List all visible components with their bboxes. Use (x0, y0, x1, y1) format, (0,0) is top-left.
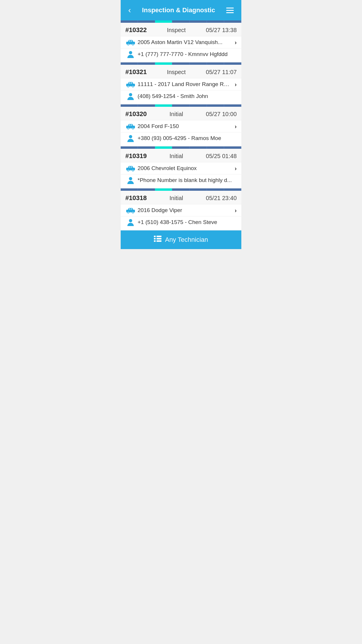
contact-row-3[interactable]: *Phone Number is blank but highly d... (121, 174, 241, 188)
tab-segment-5[interactable] (207, 104, 224, 107)
tab-segment-1[interactable] (138, 20, 155, 23)
tab-segment-3[interactable] (172, 104, 189, 107)
item-id-3: #10319 (125, 152, 147, 160)
contact-text-2: +380 (93) 005-4295 - Ramos Moe (138, 135, 237, 141)
inspection-item-0[interactable]: #10322Inspect05/27 13:38 2005 Aston Mart… (121, 20, 241, 62)
menu-button[interactable] (224, 6, 236, 14)
hamburger-line-1 (226, 8, 234, 8)
tab-segment-6[interactable] (224, 20, 241, 23)
tab-bar (121, 62, 241, 65)
item-type-0: Inspect (167, 27, 186, 34)
chevron-vehicle-0: › (235, 39, 237, 46)
item-id-2: #10320 (125, 110, 147, 118)
contact-row-2[interactable]: +380 (93) 005-4295 - Ramos Moe (121, 132, 241, 146)
svg-rect-45 (157, 240, 161, 242)
person-icon-2 (125, 134, 136, 142)
item-header-row-0: #10322Inspect05/27 13:38 (121, 23, 241, 36)
person-icon-1 (125, 92, 136, 100)
tab-segment-0[interactable] (121, 104, 138, 107)
tab-segment-0[interactable] (121, 146, 138, 149)
tab-segment-5[interactable] (207, 62, 224, 65)
vehicle-row-2[interactable]: 2004 Ford F-150› (121, 120, 241, 132)
person-icon-4 (125, 218, 136, 226)
tab-segment-6[interactable] (224, 62, 241, 65)
tab-segment-2[interactable] (155, 20, 172, 23)
inspection-item-1[interactable]: #10321Inspect05/27 11:07 11111 - 2017 La… (121, 62, 241, 104)
tab-segment-5[interactable] (207, 20, 224, 23)
tab-segment-0[interactable] (121, 20, 138, 23)
tab-segment-6[interactable] (224, 146, 241, 149)
tab-segment-2[interactable] (155, 188, 172, 191)
tab-segment-5[interactable] (207, 146, 224, 149)
tab-segment-4[interactable] (190, 188, 207, 191)
tab-segment-4[interactable] (190, 20, 207, 23)
inspection-list: #10322Inspect05/27 13:38 2005 Aston Mart… (121, 20, 241, 230)
svg-point-39 (129, 219, 132, 222)
svg-point-29 (129, 166, 130, 167)
svg-rect-44 (154, 240, 156, 242)
tab-segment-1[interactable] (138, 146, 155, 149)
tab-segment-3[interactable] (172, 146, 189, 149)
item-type-1: Inspect (167, 69, 186, 76)
svg-point-2 (128, 44, 129, 45)
tab-segment-3[interactable] (172, 62, 189, 65)
contact-row-1[interactable]: (408) 549-1254 - Smith John (121, 90, 241, 104)
vehicle-row-0[interactable]: 2005 Aston Martin V12 Vanquish...› (121, 36, 241, 48)
svg-point-37 (129, 208, 130, 209)
tab-segment-0[interactable] (121, 188, 138, 191)
footer-bar[interactable]: Any Technician (121, 230, 241, 249)
vehicle-row-3[interactable]: 2006 Chevrolet Equinox› (121, 162, 241, 174)
back-button[interactable]: ‹ (126, 4, 133, 16)
tab-segment-4[interactable] (190, 104, 207, 107)
chevron-vehicle-1: › (235, 81, 237, 88)
contact-row-0[interactable]: +1 (777) 777-7770 - Kmnnvv Hgfddd (121, 48, 241, 62)
tab-segment-2[interactable] (155, 62, 172, 65)
svg-point-18 (128, 128, 129, 129)
tab-segment-6[interactable] (224, 104, 241, 107)
tab-segment-5[interactable] (207, 188, 224, 191)
hamburger-line-2 (226, 10, 234, 11)
tab-segment-3[interactable] (172, 20, 189, 23)
inspection-item-3[interactable]: #10319Initial05/25 01:48 2006 Chevrolet … (121, 146, 241, 188)
svg-point-13 (129, 82, 130, 83)
tab-segment-1[interactable] (138, 62, 155, 65)
vehicle-text-3: 2006 Chevrolet Equinox (138, 165, 232, 172)
svg-rect-43 (157, 238, 161, 239)
tab-segment-1[interactable] (138, 104, 155, 107)
inspection-item-2[interactable]: #10320Initial05/27 10:00 2004 Ford F-150… (121, 104, 241, 146)
tab-segment-4[interactable] (190, 62, 207, 65)
svg-point-20 (132, 128, 133, 129)
tab-segment-0[interactable] (121, 62, 138, 65)
vehicle-row-4[interactable]: 2016 Dodge Viper› (121, 204, 241, 216)
tab-segment-2[interactable] (155, 146, 172, 149)
item-date-0: 05/27 13:38 (206, 27, 237, 34)
item-header-row-1: #10321Inspect05/27 11:07 (121, 65, 241, 78)
contact-text-4: +1 (510) 438-1575 - Chen Steve (138, 219, 237, 225)
item-type-3: Initial (170, 153, 183, 160)
svg-point-14 (131, 82, 132, 83)
inspection-item-4[interactable]: #10318Initial05/21 23:40 2016 Dodge Vipe… (121, 188, 241, 230)
tab-segment-1[interactable] (138, 188, 155, 191)
person-icon-0 (125, 50, 136, 58)
item-date-2: 05/27 10:00 (206, 111, 237, 118)
vehicle-row-1[interactable]: 11111 - 2017 Land Rover Range Rove...› (121, 78, 241, 90)
svg-point-34 (128, 212, 129, 213)
item-id-1: #10321 (125, 68, 147, 76)
page-title: Inspection & Diagnostic (133, 6, 224, 14)
hamburger-line-3 (226, 12, 234, 13)
svg-point-21 (129, 124, 130, 125)
contact-row-4[interactable]: +1 (510) 438-1575 - Chen Steve (121, 216, 241, 230)
tab-segment-6[interactable] (224, 188, 241, 191)
tab-segment-2[interactable] (155, 104, 172, 107)
tab-segment-3[interactable] (172, 188, 189, 191)
tab-bar (121, 104, 241, 107)
contact-text-0: +1 (777) 777-7770 - Kmnnvv Hgfddd (138, 51, 237, 57)
svg-point-7 (129, 51, 132, 54)
tab-bar (121, 146, 241, 149)
tab-segment-4[interactable] (190, 146, 207, 149)
item-date-3: 05/25 01:48 (206, 153, 237, 160)
svg-rect-40 (154, 236, 156, 237)
chevron-vehicle-2: › (235, 123, 237, 130)
tab-bar (121, 188, 241, 191)
car-icon-2 (125, 122, 136, 130)
